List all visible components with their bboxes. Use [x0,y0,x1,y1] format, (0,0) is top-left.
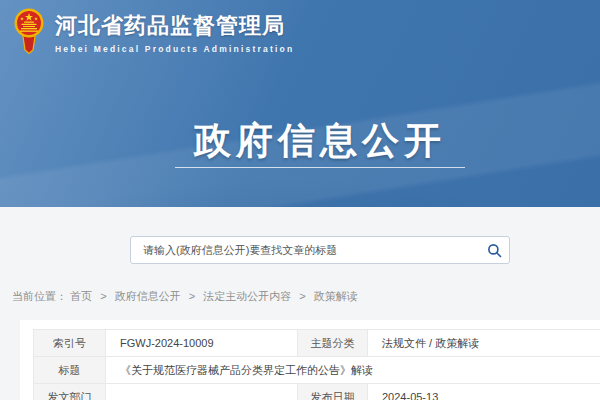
doc-title-value: 《关于规范医疗器械产品分类界定工作的公告》解读 [106,357,600,384]
table-row: 发文部门 发布日期 2024-05-13 [34,384,600,400]
breadcrumb-separator: > [100,290,106,302]
breadcrumb-item-policy-interpretation[interactable]: 政策解读 [314,290,358,302]
index-no-label: 索引号 [34,330,106,357]
table-row: 标题 《关于规范医疗器械产品分类界定工作的公告》解读 [34,357,600,384]
search-box [130,236,510,264]
search-icon [487,243,502,258]
breadcrumb-prefix: 当前位置： [12,290,67,302]
site-header-banner: 河北省药品监督管理局 Hebei Medical Products Admini… [0,0,600,207]
issuing-dept-label: 发文部门 [34,384,106,400]
china-national-emblem-icon [13,8,45,56]
document-meta-table: 索引号 FGWJ-2024-10009 主题分类 法规文件 / 政策解读 标题 … [33,329,600,400]
page-title: 政府信息公开 [40,116,600,166]
breadcrumb-item-home[interactable]: 首页 [70,290,92,302]
index-no-value: FGWJ-2024-10009 [106,330,298,357]
banner-underline [175,167,465,168]
breadcrumb: 当前位置： 首页 > 政府信息公开 > 法定主动公开内容 > 政策解读 [12,289,358,304]
org-name-en: Hebei Medical Products Administration [55,44,294,54]
issuing-dept-value [106,384,298,400]
publish-date-label: 发布日期 [298,384,368,400]
table-row: 索引号 FGWJ-2024-10009 主题分类 法规文件 / 政策解读 [34,330,600,357]
topic-category-value: 法规文件 / 政策解读 [368,330,600,357]
site-brand-text: 河北省药品监督管理局 Hebei Medical Products Admini… [55,11,294,54]
content-panel: 索引号 FGWJ-2024-10009 主题分类 法规文件 / 政策解读 标题 … [20,320,600,400]
breadcrumb-separator: > [189,290,195,302]
breadcrumb-item-gov-info[interactable]: 政府信息公开 [115,290,181,302]
site-brand[interactable]: 河北省药品监督管理局 Hebei Medical Products Admini… [13,8,294,56]
publish-date-value: 2024-05-13 [368,384,600,400]
breadcrumb-separator: > [299,290,305,302]
topic-category-label: 主题分类 [298,330,368,357]
search-button[interactable] [479,237,509,263]
org-name: 河北省药品监督管理局 [55,11,294,41]
doc-title-label: 标题 [34,357,106,384]
search-input[interactable] [131,237,479,263]
breadcrumb-item-statutory-disclosure[interactable]: 法定主动公开内容 [203,290,291,302]
